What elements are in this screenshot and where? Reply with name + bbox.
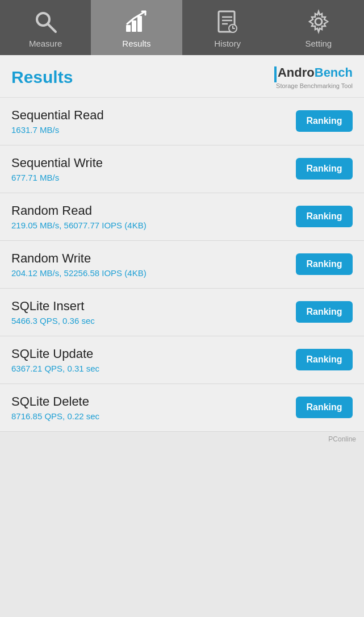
result-row: SQLite Insert 5466.3 QPS, 0.36 sec Ranki… xyxy=(0,289,364,336)
svg-line-1 xyxy=(48,24,56,32)
result-name: Random Write xyxy=(11,251,296,266)
result-value: 1631.7 MB/s xyxy=(11,125,296,135)
result-row: Sequential Read 1631.7 MB/s Ranking xyxy=(0,98,364,145)
tab-history[interactable]: History xyxy=(182,0,273,55)
brand-accent xyxy=(274,66,277,82)
result-row: Random Read 219.05 MB/s, 56077.77 IOPS (… xyxy=(0,193,364,241)
setting-icon xyxy=(305,8,332,35)
page-title: Results xyxy=(11,68,73,87)
result-info: SQLite Insert 5466.3 QPS, 0.36 sec xyxy=(11,299,296,326)
result-value: 8716.85 QPS, 0.22 sec xyxy=(11,411,296,421)
tab-bar: Measure Results History xyxy=(0,0,364,55)
results-header: Results AndroBench Storage Benchmarking … xyxy=(0,55,364,98)
svg-rect-3 xyxy=(132,20,136,32)
result-value: 677.71 MB/s xyxy=(11,173,296,182)
result-value: 204.12 MB/s, 52256.58 IOPS (4KB) xyxy=(11,268,296,278)
svg-rect-2 xyxy=(126,25,131,32)
result-row: Random Write 204.12 MB/s, 52256.58 IOPS … xyxy=(0,241,364,289)
result-info: Random Write 204.12 MB/s, 52256.58 IOPS … xyxy=(11,251,296,278)
history-icon xyxy=(214,8,241,35)
tab-setting[interactable]: Setting xyxy=(273,0,364,55)
result-name: Sequential Read xyxy=(11,108,296,123)
ranking-button[interactable]: Ranking xyxy=(296,158,353,180)
brand-name: AndroBench xyxy=(274,65,353,82)
tab-results[interactable]: Results xyxy=(91,0,182,55)
result-info: SQLite Update 6367.21 QPS, 0.31 sec xyxy=(11,347,296,373)
results-icon xyxy=(123,8,150,35)
result-info: SQLite Delete 8716.85 QPS, 0.22 sec xyxy=(11,394,296,421)
result-row: SQLite Delete 8716.85 QPS, 0.22 sec Rank… xyxy=(0,384,364,432)
result-row: SQLite Update 6367.21 QPS, 0.31 sec Rank… xyxy=(0,336,364,384)
results-list: Sequential Read 1631.7 MB/s Ranking Sequ… xyxy=(0,98,364,432)
result-info: Sequential Read 1631.7 MB/s xyxy=(11,108,296,135)
tab-history-label: History xyxy=(214,39,241,48)
result-name: SQLite Update xyxy=(11,347,296,361)
result-info: Sequential Write 677.71 MB/s xyxy=(11,156,296,182)
watermark: PConline xyxy=(0,432,364,447)
tab-measure[interactable]: Measure xyxy=(0,0,91,55)
ranking-button[interactable]: Ranking xyxy=(296,301,353,323)
ranking-button[interactable]: Ranking xyxy=(296,349,353,370)
measure-icon xyxy=(32,8,59,35)
result-name: Random Read xyxy=(11,203,296,218)
tab-measure-label: Measure xyxy=(29,39,62,48)
brand-logo: AndroBench Storage Benchmarking Tool xyxy=(274,65,353,89)
svg-point-10 xyxy=(315,18,322,25)
result-value: 219.05 MB/s, 56077.77 IOPS (4KB) xyxy=(11,220,296,230)
result-name: SQLite Insert xyxy=(11,299,296,314)
result-value: 6367.21 QPS, 0.31 sec xyxy=(11,364,296,373)
svg-rect-4 xyxy=(137,16,142,32)
result-value: 5466.3 QPS, 0.36 sec xyxy=(11,316,296,326)
ranking-button[interactable]: Ranking xyxy=(296,110,353,132)
tab-setting-label: Setting xyxy=(306,39,332,48)
tab-results-label: Results xyxy=(122,39,150,48)
result-info: Random Read 219.05 MB/s, 56077.77 IOPS (… xyxy=(11,203,296,230)
result-name: Sequential Write xyxy=(11,156,296,170)
ranking-button[interactable]: Ranking xyxy=(296,206,353,227)
result-row: Sequential Write 677.71 MB/s Ranking xyxy=(0,145,364,193)
result-name: SQLite Delete xyxy=(11,394,296,409)
ranking-button[interactable]: Ranking xyxy=(296,253,353,275)
brand-subtitle: Storage Benchmarking Tool xyxy=(274,82,353,89)
ranking-button[interactable]: Ranking xyxy=(296,397,353,418)
